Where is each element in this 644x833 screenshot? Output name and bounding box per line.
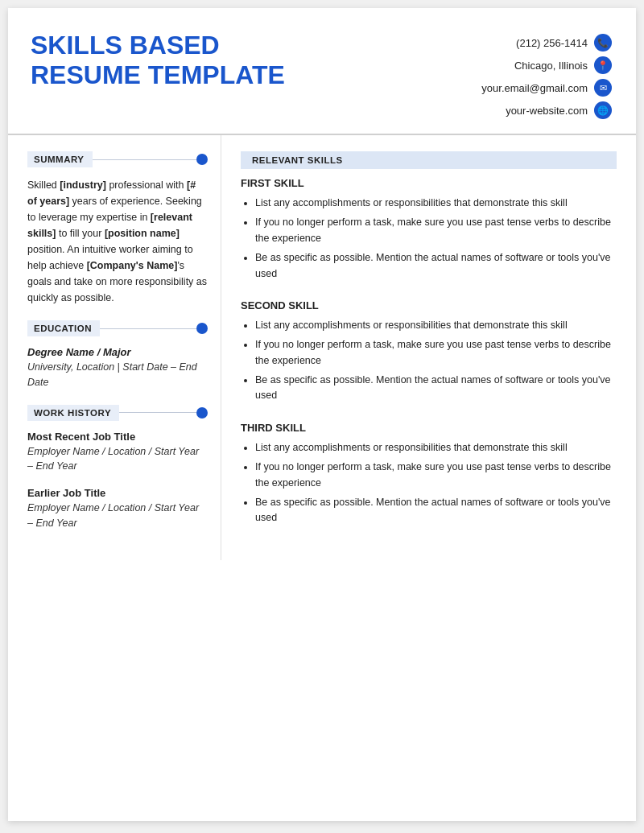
email-text: your.email@gmail.com bbox=[481, 82, 588, 94]
job-title-1: Most Recent Job Title bbox=[27, 431, 208, 443]
right-column: RELEVANT SKILLS FIRST SKILLList any acco… bbox=[221, 135, 636, 560]
left-column: SUMMARY Skilled [industry] professional … bbox=[8, 135, 221, 560]
position-placeholder: [position name] bbox=[105, 228, 180, 239]
resume-body: SUMMARY Skilled [industry] professional … bbox=[8, 135, 636, 560]
work-history-header: WORK HISTORY bbox=[27, 405, 208, 421]
skill-title-2: SECOND SKILL bbox=[241, 299, 617, 311]
summary-line bbox=[93, 159, 197, 160]
skill-title-1: FIRST SKILL bbox=[241, 177, 617, 189]
phone-row: (212) 256-1414 📞 bbox=[516, 34, 612, 52]
location-row: Chicago, Illinois 📍 bbox=[514, 56, 612, 74]
education-dot bbox=[196, 323, 208, 334]
relevant-skills-header: RELEVANT SKILLS bbox=[241, 151, 617, 169]
job-detail-2: Employer Name / Location / Start Year– E… bbox=[27, 501, 208, 531]
skill-title-3: THIRD SKILL bbox=[241, 422, 617, 434]
title-line1: SKILLS BASED RESUME TEMPLATE bbox=[31, 31, 285, 90]
education-entry: Degree Name / Major University, Location… bbox=[27, 346, 208, 390]
location-icon: 📍 bbox=[594, 56, 612, 74]
job-entry-1: Most Recent Job Title Employer Name / Lo… bbox=[27, 431, 208, 475]
summary-header: SUMMARY bbox=[27, 151, 208, 167]
phone-icon: 📞 bbox=[594, 34, 612, 52]
resume-page: SKILLS BASED RESUME TEMPLATE (212) 256-1… bbox=[8, 8, 636, 821]
skill-bullet-1-1: List any accomplishments or responsibili… bbox=[255, 196, 617, 211]
skill-block-3: THIRD SKILLList any accomplishments or r… bbox=[241, 422, 617, 526]
skill-bullet-1-2: If you no longer perform a task, make su… bbox=[255, 215, 617, 246]
skill-bullet-1-3: Be as specific as possible. Mention the … bbox=[255, 250, 617, 282]
email-icon: ✉ bbox=[594, 79, 612, 97]
education-label: EDUCATION bbox=[27, 320, 100, 336]
skill-bullet-2-2: If you no longer perform a task, make su… bbox=[255, 337, 617, 369]
website-icon: 🌐 bbox=[594, 101, 612, 119]
location-text: Chicago, Illinois bbox=[514, 60, 588, 72]
summary-dot bbox=[196, 154, 208, 165]
skill-bullet-3-2: If you no longer perform a task, make su… bbox=[255, 460, 617, 491]
skill-bullets-3: List any accomplishments or responsibili… bbox=[241, 440, 617, 526]
degree-name: Degree Name / Major bbox=[27, 346, 208, 358]
email-row: your.email@gmail.com ✉ bbox=[481, 79, 612, 97]
work-history-line bbox=[119, 412, 196, 413]
relevant-skills-label: RELEVANT SKILLS bbox=[241, 151, 617, 169]
contact-info: (212) 256-1414 📞 Chicago, Illinois 📍 you… bbox=[481, 31, 612, 119]
skill-bullets-2: List any accomplishments or responsibili… bbox=[241, 318, 617, 404]
education-line bbox=[100, 328, 196, 329]
job-title-2: Earlier Job Title bbox=[27, 487, 208, 499]
skill-bullet-2-3: Be as specific as possible. Mention the … bbox=[255, 373, 617, 404]
summary-label: SUMMARY bbox=[27, 151, 93, 167]
job-detail-1: Employer Name / Location / Start Year– E… bbox=[27, 444, 208, 475]
skills-container: FIRST SKILLList any accomplishments or r… bbox=[241, 177, 617, 526]
skill-bullets-1: List any accomplishments or responsibili… bbox=[241, 196, 617, 282]
work-history-dot bbox=[196, 407, 208, 419]
edu-detail: University, Location | Start Date – End … bbox=[27, 360, 208, 390]
job-entry-2: Earlier Job Title Employer Name / Locati… bbox=[27, 487, 208, 531]
skill-bullet-3-1: List any accomplishments or responsibili… bbox=[255, 440, 617, 456]
skill-block-1: FIRST SKILLList any accomplishments or r… bbox=[241, 177, 617, 282]
skill-block-2: SECOND SKILLList any accomplishments or … bbox=[241, 299, 617, 404]
website-row: your-website.com 🌐 bbox=[506, 101, 612, 119]
years-placeholder: [# of years] bbox=[27, 179, 196, 207]
phone-text: (212) 256-1414 bbox=[516, 37, 588, 49]
industry-placeholder: [industry] bbox=[60, 179, 106, 191]
skill-bullet-3-3: Be as specific as possible. Mention the … bbox=[255, 495, 617, 526]
company-placeholder: [Company's Name] bbox=[87, 260, 178, 271]
header: SKILLS BASED RESUME TEMPLATE (212) 256-1… bbox=[8, 8, 636, 135]
education-header: EDUCATION bbox=[27, 320, 208, 336]
work-history-label: WORK HISTORY bbox=[27, 405, 119, 421]
resume-title: SKILLS BASED RESUME TEMPLATE bbox=[31, 31, 285, 90]
skill-bullet-2-1: List any accomplishments or responsibili… bbox=[255, 318, 617, 333]
website-text: your-website.com bbox=[506, 105, 588, 117]
summary-text: Skilled [industry] professional with [# … bbox=[27, 177, 208, 306]
